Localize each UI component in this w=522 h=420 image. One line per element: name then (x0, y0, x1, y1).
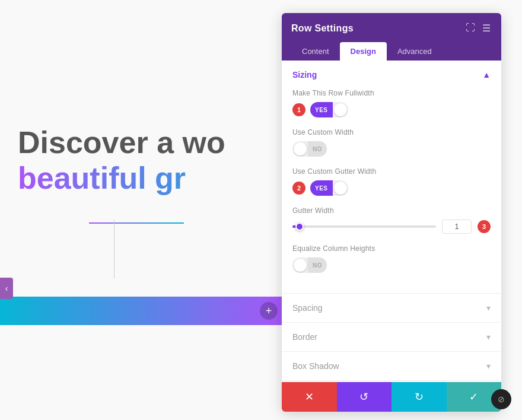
section-box-shadow-title: Box Shadow (292, 361, 339, 371)
canvas-divider (89, 222, 184, 224)
setting-gutter-width: Gutter Width 3 (292, 206, 491, 234)
fullwidth-label: Make This Row Fullwidth (292, 89, 491, 97)
canvas-vertical-line (114, 219, 114, 279)
toggle-knob (334, 103, 347, 116)
section-spacing: Spacing ▾ (282, 294, 501, 323)
equalize-heights-label: Equalize Column Heights (292, 244, 491, 253)
badge-1: 1 (292, 103, 305, 116)
toggle-no-label: NO (308, 141, 327, 157)
canvas-text-area: Discover a wo beautiful gr (18, 125, 279, 196)
add-row-button[interactable]: + (260, 302, 278, 320)
cancel-icon: ✕ (305, 390, 314, 403)
slider-thumb[interactable] (295, 222, 304, 231)
toggle-yes-label: YES (310, 102, 333, 117)
setting-custom-gutter: Use Custom Gutter Width 2 YES (292, 167, 491, 196)
panel-body[interactable]: Sizing ▲ Make This Row Fullwidth 1 YES (282, 61, 501, 382)
layout-icon[interactable]: ☰ (481, 21, 492, 35)
section-border-header[interactable]: Border ▾ (282, 323, 501, 351)
tab-content[interactable]: Content (291, 42, 340, 61)
save-icon: ✓ (469, 390, 478, 403)
toggle-knob-off (294, 142, 307, 155)
cancel-button[interactable]: ✕ (282, 382, 337, 412)
gutter-width-slider-row: 3 (292, 219, 491, 234)
section-border: Border ▾ (282, 323, 501, 352)
custom-width-toggle-wrap: NO (292, 141, 491, 157)
panel-header: Row Settings ⛶ ☰ Content Design Advanced (282, 13, 501, 61)
tab-design[interactable]: Design (340, 42, 387, 61)
toggle-knob-off-2 (294, 259, 307, 272)
gutter-width-label: Gutter Width (292, 206, 491, 215)
badge-2: 2 (292, 182, 305, 195)
redo-button[interactable]: ↻ (392, 382, 447, 412)
equalize-heights-toggle[interactable]: NO (292, 257, 327, 273)
custom-gutter-label: Use Custom Gutter Width (292, 167, 491, 176)
undo-icon: ↺ (359, 390, 368, 403)
gutter-width-input[interactable] (442, 219, 472, 234)
row-settings-panel: Row Settings ⛶ ☰ Content Design Advanced… (282, 13, 501, 412)
section-box-shadow-chevron: ▾ (486, 361, 491, 371)
left-arrow-button[interactable]: ‹ (0, 278, 13, 299)
cyan-bar: + (0, 297, 285, 325)
section-box-shadow-header[interactable]: Box Shadow ▾ (282, 352, 501, 380)
custom-width-label: Use Custom Width (292, 128, 491, 136)
undo-button[interactable]: ↺ (337, 382, 392, 412)
equalize-heights-toggle-wrap: NO (292, 257, 491, 273)
panel-footer: ✕ ↺ ↻ ✓ (282, 382, 501, 412)
settings-button[interactable]: ⊘ (491, 389, 511, 409)
canvas-text-line1: Discover a wo (18, 125, 279, 160)
section-sizing-header[interactable]: Sizing ▲ (282, 61, 501, 89)
setting-fullwidth: Make This Row Fullwidth 1 YES (292, 89, 491, 117)
setting-custom-width: Use Custom Width NO (292, 128, 491, 157)
custom-gutter-toggle-wrap: 2 YES (292, 180, 491, 196)
tab-bar: Content Design Advanced (291, 42, 492, 61)
badge-3: 3 (478, 220, 491, 233)
panel-title: Row Settings (291, 23, 354, 34)
redo-icon: ↻ (415, 390, 424, 403)
tab-advanced[interactable]: Advanced (387, 42, 443, 61)
fullwidth-toggle[interactable]: YES (310, 102, 348, 117)
custom-width-toggle[interactable]: NO (292, 141, 327, 157)
section-sizing-title: Sizing (292, 70, 317, 79)
section-spacing-chevron: ▾ (486, 303, 491, 313)
section-border-chevron: ▾ (486, 332, 491, 342)
section-sizing-content: Make This Row Fullwidth 1 YES Use Custom… (282, 89, 501, 293)
section-sizing-chevron: ▲ (482, 70, 491, 79)
toggle-no-label-2: NO (308, 257, 327, 273)
section-box-shadow: Box Shadow ▾ (282, 352, 501, 381)
section-border-title: Border (292, 332, 317, 342)
canvas-text-line2: beautiful gr (18, 160, 279, 196)
toggle-knob-2 (334, 182, 347, 195)
gutter-width-slider-track[interactable] (292, 225, 436, 228)
section-sizing: Sizing ▲ Make This Row Fullwidth 1 YES (282, 61, 501, 294)
setting-equalize-heights: Equalize Column Heights NO (292, 244, 491, 273)
custom-gutter-toggle[interactable]: YES (310, 180, 348, 196)
section-spacing-title: Spacing (292, 303, 323, 313)
toggle-yes-label-2: YES (310, 180, 333, 196)
expand-icon[interactable]: ⛶ (464, 21, 476, 35)
section-spacing-header[interactable]: Spacing ▾ (282, 294, 501, 322)
panel-header-icons: ⛶ ☰ (464, 21, 492, 35)
fullwidth-toggle-wrap: 1 YES (292, 102, 491, 117)
